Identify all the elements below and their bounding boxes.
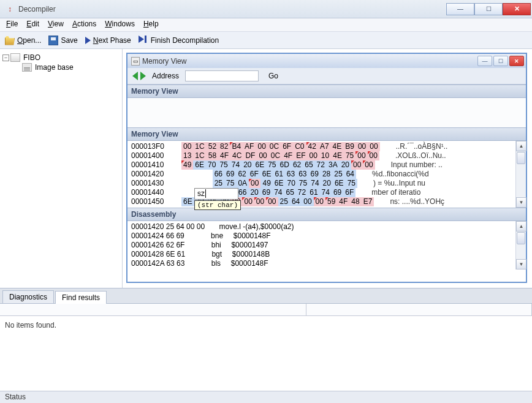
no-items-label: No items found. (5, 321, 56, 330)
memory-view-window: ▭ Memory View — ☐ ✕ Address Go Memory Vi… (126, 53, 527, 283)
tree-root-label: FIBO (23, 53, 40, 62)
hex-scrollbar[interactable]: ▲ ▼ (515, 141, 526, 208)
mv-close-button[interactable]: ✕ (509, 56, 524, 66)
menu-windows[interactable]: Windows (105, 20, 135, 30)
status-text: Status (5, 393, 26, 401)
hex-dump[interactable]: 000013F0001C5282B4AF000C6FC042A74EB90000… (127, 141, 515, 208)
menu-file[interactable]: File (6, 20, 18, 30)
mdi-icon: ▭ (131, 57, 140, 66)
minimize-button[interactable]: — (446, 3, 474, 15)
maximize-button[interactable]: ☐ (474, 3, 503, 15)
finish-button[interactable]: Finish Decompilation (139, 36, 219, 45)
window-title: Decompiler (18, 5, 446, 13)
tree-child-label: Image base (35, 63, 74, 72)
memory-view-title: Memory View (142, 57, 477, 66)
main-toolbar: Open... Save Next Phase Finish Decompila… (0, 32, 532, 49)
bottom-pane: Diagnostics Find results No items found. (0, 288, 532, 391)
results-body: No items found. (0, 316, 532, 391)
memory-view-blank (127, 98, 526, 127)
close-button[interactable]: ✕ (503, 3, 531, 15)
open-icon (5, 36, 15, 45)
open-button[interactable]: Open... (5, 36, 41, 45)
scroll-up-button[interactable]: ▲ (516, 141, 526, 151)
section-header-1: Memory View (127, 85, 526, 98)
address-input[interactable] (185, 70, 259, 81)
memory-view-titlebar[interactable]: ▭ Memory View — ☐ ✕ (127, 54, 526, 68)
disasm-scrollbar[interactable]: ▲ ▼ (515, 221, 526, 269)
results-columns (0, 304, 532, 316)
menu-bar: File Edit View Actions Windows Help (0, 18, 532, 32)
scroll-down-button[interactable]: ▼ (516, 197, 526, 208)
results-col-2[interactable] (306, 304, 532, 315)
play-icon (85, 37, 91, 44)
end-icon (139, 36, 148, 45)
tree-root[interactable]: − FIBO (2, 53, 120, 62)
scroll-down-button[interactable]: ▼ (516, 259, 526, 269)
nav-back-button[interactable] (132, 72, 138, 80)
address-label: Address (152, 72, 179, 80)
status-bar: Status (0, 391, 532, 403)
title-bar: ↕ Decompiler — ☐ ✕ (0, 0, 532, 18)
menu-actions[interactable]: Actions (72, 20, 96, 30)
next-phase-button[interactable]: Next Phase (85, 36, 131, 45)
results-col-1[interactable] (0, 304, 306, 315)
tab-diagnostics[interactable]: Diagnostics (2, 290, 54, 303)
tree-child[interactable]: Image base (2, 62, 120, 72)
save-button[interactable]: Save (48, 36, 77, 45)
save-icon (48, 36, 58, 45)
tab-find-results[interactable]: Find results (55, 291, 107, 304)
document-icon (22, 63, 32, 72)
disassembly-header: Disassembly (127, 208, 526, 221)
mv-minimize-button[interactable]: — (477, 56, 492, 66)
disassembly-listing[interactable]: 00001420 25 64 00 00 move.l -(a4),$0000(… (127, 221, 515, 269)
app-icon: ↕ (5, 4, 15, 14)
tree-collapse-icon[interactable]: − (2, 55, 9, 61)
project-tree: − FIBO Image base (0, 49, 123, 288)
menu-edit[interactable]: Edit (26, 20, 39, 30)
mv-maximize-button[interactable]: ☐ (493, 56, 508, 66)
scroll-up-button[interactable]: ▲ (516, 221, 526, 232)
menu-view[interactable]: View (48, 20, 64, 30)
section-header-2: Memory View (127, 127, 526, 141)
bottom-tabstrip: Diagnostics Find results (0, 288, 532, 304)
scroll-thumb[interactable] (517, 152, 525, 164)
project-icon (10, 53, 20, 62)
menu-help[interactable]: Help (143, 20, 159, 30)
scroll-thumb[interactable] (517, 232, 525, 244)
go-button[interactable]: Go (265, 71, 282, 81)
nav-forward-button[interactable] (140, 72, 146, 80)
memory-view-toolbar: Address Go (127, 68, 526, 85)
